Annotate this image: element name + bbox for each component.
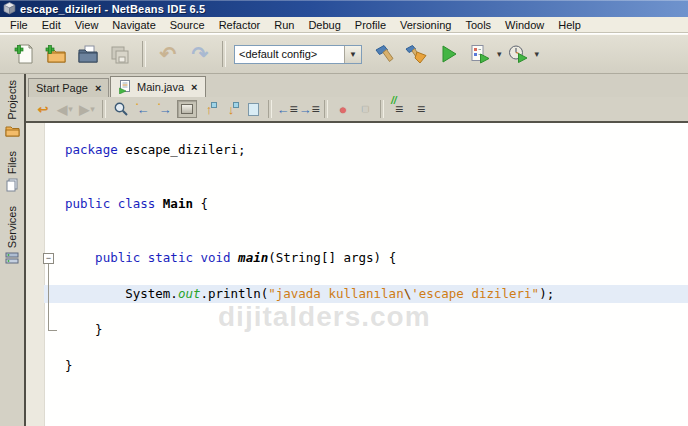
code-line-6[interactable] [44, 213, 688, 231]
shift-line-right-button[interactable]: →≡ [299, 100, 319, 118]
sidebar-tab-projects[interactable]: Projects [5, 74, 20, 145]
forward-button[interactable]: ▶▾ [77, 100, 97, 118]
menu-item-source[interactable]: Source [163, 18, 212, 32]
open-project-button[interactable] [74, 40, 102, 68]
editor-toolbar-separator [268, 100, 272, 118]
find-button[interactable] [111, 100, 131, 118]
build-hammer-icon [372, 42, 396, 66]
menu-item-window[interactable]: Window [498, 18, 551, 32]
config-dropdown-button[interactable]: ▼ [344, 46, 361, 63]
editor-tab-row: Start Page × Main.java × [26, 74, 688, 97]
sidebar-tab-files[interactable]: Files [5, 145, 19, 200]
toolbar-separator [222, 41, 226, 67]
code-area[interactable]: package escape_dizileri;public class Mai… [44, 123, 688, 426]
last-edit-position-button[interactable]: ↩ [33, 100, 53, 118]
menu-item-versioning[interactable]: Versioning [393, 18, 458, 32]
tab-start-page[interactable]: Start Page × [28, 78, 109, 97]
code-editor[interactable]: package escape_dizileri;public class Mai… [26, 123, 688, 426]
left-tab-strip: Projects Files Services [0, 74, 26, 426]
page-accent-icon: ▪ [158, 101, 160, 107]
sidebar-tab-services[interactable]: Services [5, 200, 19, 272]
text-lines-icon: ≡ [289, 101, 297, 117]
title-bar[interactable]: escape_dizileri - NetBeans IDE 6.5 [0, 0, 688, 17]
find-previous-button[interactable]: ▪ ← [133, 100, 153, 118]
fold-guide-foot [48, 330, 57, 331]
menu-item-tools[interactable]: Tools [458, 18, 498, 32]
menu-item-navigate[interactable]: Navigate [105, 18, 162, 32]
shift-line-left-button[interactable]: ←≡ [277, 100, 297, 118]
next-bookmark-button[interactable]: ↓ [221, 100, 241, 118]
comment-button[interactable]: ≡ // [389, 100, 409, 118]
new-file-button[interactable] [10, 40, 38, 68]
new-project-icon [44, 42, 68, 66]
uncomment-button[interactable]: ≡ [411, 100, 431, 118]
config-select-value: <default config> [235, 48, 344, 60]
toggle-bookmark-button[interactable] [243, 100, 263, 118]
close-tab-icon[interactable]: × [191, 81, 197, 93]
projects-folder-icon [5, 124, 20, 137]
record-macro-icon: ● [339, 102, 347, 117]
profile-project-button[interactable] [504, 40, 532, 68]
fold-minus-icon: − [46, 254, 51, 263]
page-accent-icon: ▪ [136, 101, 138, 107]
start-macro-recording-button[interactable]: ● [333, 100, 353, 118]
shift-right-icon: → [298, 103, 311, 116]
comment-slashes-icon: // [391, 95, 397, 106]
find-next-button[interactable]: ▪ → [155, 100, 175, 118]
profile-dropdown-caret[interactable]: ▾ [535, 49, 540, 59]
debug-project-button[interactable] [466, 40, 494, 68]
redo-icon: ↷ [192, 44, 209, 64]
toggle-highlight-search-button[interactable] [177, 100, 197, 118]
menu-item-refactor[interactable]: Refactor [212, 18, 268, 32]
editor-gutter[interactable] [26, 123, 45, 426]
editor-area: Start Page × Main.java × ↩ ◀▾ [26, 74, 688, 426]
debug-dropdown-caret[interactable]: ▾ [497, 49, 502, 59]
menu-item-profile[interactable]: Profile [348, 18, 393, 32]
menu-item-edit[interactable]: Edit [35, 18, 68, 32]
menu-item-help[interactable]: Help [551, 18, 588, 32]
tab-main-java[interactable]: Main.java × [110, 76, 206, 97]
sidebar-tab-files-label: Files [6, 151, 18, 174]
code-line-3[interactable] [44, 159, 688, 177]
open-project-icon [76, 42, 100, 66]
bookmark-dot-icon [211, 102, 217, 108]
back-caret-icon: ▾ [68, 104, 73, 114]
code-line-14[interactable]: } [44, 357, 688, 375]
run-project-button[interactable] [434, 40, 462, 68]
toolbar-separator [142, 41, 146, 67]
text-lines-icon: ≡ [311, 101, 319, 117]
build-project-button[interactable] [370, 40, 398, 68]
code-line-13[interactable] [44, 339, 688, 357]
clean-build-project-button[interactable] [402, 40, 430, 68]
text-lines-icon: ≡ [417, 101, 425, 117]
redo-button[interactable]: ↷ [186, 40, 214, 68]
netbeans-window: escape_dizileri - NetBeans IDE 6.5 FileE… [0, 0, 688, 426]
watermark: dijitalders.com [218, 301, 431, 333]
new-project-button[interactable] [42, 40, 70, 68]
code-line-4[interactable] [44, 177, 688, 195]
code-line-2[interactable]: package escape_dizileri; [44, 141, 688, 159]
menu-item-view[interactable]: View [68, 18, 106, 32]
fold-toggle[interactable]: − [43, 253, 54, 264]
code-line-5[interactable]: public class Main { [44, 195, 688, 213]
menu-item-debug[interactable]: Debug [301, 18, 347, 32]
stop-macro-recording-button[interactable]: ■ [355, 100, 375, 118]
sidebar-tab-services-label: Services [6, 206, 18, 248]
config-select[interactable]: <default config> ▼ [234, 45, 362, 64]
menu-item-file[interactable]: File [3, 18, 35, 32]
undo-button[interactable]: ↶ [154, 40, 182, 68]
close-tab-icon[interactable]: × [95, 82, 101, 94]
window-title: escape_dizileri - NetBeans IDE 6.5 [20, 3, 205, 15]
last-edit-icon: ↩ [38, 103, 49, 116]
code-line-8[interactable]: public static void main(String[] args) { [44, 249, 688, 267]
menu-item-run[interactable]: Run [267, 18, 301, 32]
previous-bookmark-button[interactable]: ↑ [199, 100, 219, 118]
save-all-button[interactable] [106, 40, 134, 68]
code-line-1[interactable] [44, 123, 688, 141]
sidebar-tab-projects-label: Projects [6, 80, 18, 120]
back-button[interactable]: ◀▾ [55, 100, 75, 118]
main-toolbar: ↶ ↷ <default config> ▼ [0, 34, 688, 74]
code-line-9[interactable] [44, 267, 688, 285]
find-magnifier-icon [113, 101, 129, 117]
code-line-7[interactable] [44, 231, 688, 249]
